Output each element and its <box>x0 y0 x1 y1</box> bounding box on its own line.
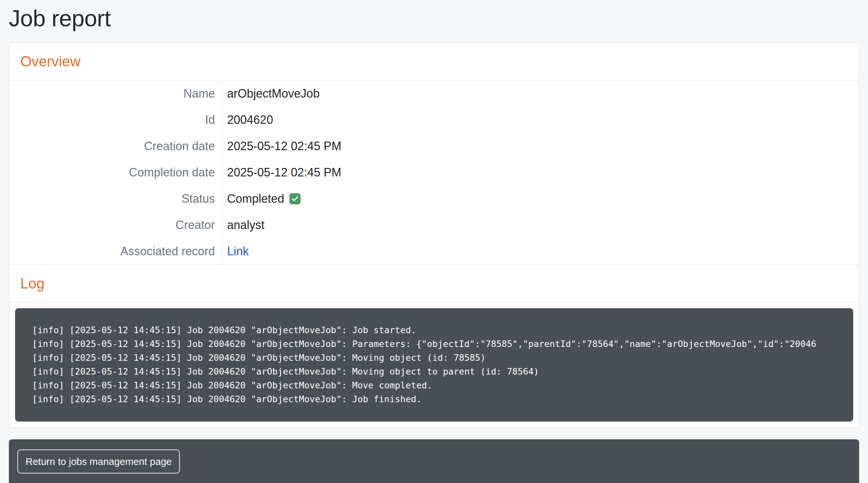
field-value: Link <box>222 238 859 264</box>
table-row-completion-date: Completion date 2025-05-12 02:45 PM <box>9 159 859 186</box>
field-label: Associated record <box>9 238 222 264</box>
field-value: Completed <box>222 186 859 212</box>
field-label: Name <box>9 81 222 107</box>
status-text: Completed <box>227 192 284 206</box>
log-console: [info] [2025-05-12 14:45:15] Job 2004620… <box>15 308 853 422</box>
table-row-associated-record: Associated record Link <box>9 238 859 264</box>
status-completed-check-icon <box>289 193 301 204</box>
report-card: Overview Name arObjectMoveJob Id 2004620… <box>9 42 859 428</box>
actions-footer-bar: Return to jobs management page <box>9 439 859 483</box>
field-label: Creator <box>9 212 222 238</box>
field-label: Status <box>9 186 222 212</box>
field-label: Id <box>9 107 222 133</box>
overview-section-header: Overview <box>9 43 859 81</box>
table-row-creation-date: Creation date 2025-05-12 02:45 PM <box>9 133 859 159</box>
overview-table: Name arObjectMoveJob Id 2004620 Creation… <box>9 81 859 264</box>
log-line: [info] [2025-05-12 14:45:15] Job 2004620… <box>32 365 850 378</box>
log-line: [info] [2025-05-12 14:45:15] Job 2004620… <box>32 323 850 337</box>
log-wrap: [info] [2025-05-12 14:45:15] Job 2004620… <box>9 303 859 427</box>
field-value: arObjectMoveJob <box>222 81 859 107</box>
field-value: 2004620 <box>222 107 859 133</box>
log-line: [info] [2025-05-12 14:45:15] Job 2004620… <box>32 337 850 351</box>
table-row-id: Id 2004620 <box>9 107 859 133</box>
table-row-creator: Creator analyst <box>9 212 859 238</box>
overview-heading: Overview <box>20 53 81 70</box>
log-line: [info] [2025-05-12 14:45:15] Job 2004620… <box>32 351 850 365</box>
field-value: 2025-05-12 02:45 PM <box>222 159 859 186</box>
return-to-jobs-button[interactable]: Return to jobs management page <box>18 450 180 474</box>
log-line: [info] [2025-05-12 14:45:15] Job 2004620… <box>32 378 850 392</box>
field-value: 2025-05-12 02:45 PM <box>222 133 859 159</box>
field-value: analyst <box>222 212 859 238</box>
log-section-header: Log <box>9 264 859 303</box>
field-label: Creation date <box>9 133 222 159</box>
table-row-status: Status Completed <box>9 186 859 212</box>
associated-record-link[interactable]: Link <box>227 245 249 258</box>
table-row-name: Name arObjectMoveJob <box>9 81 859 107</box>
log-heading: Log <box>20 275 44 292</box>
page-title: Job report <box>9 5 859 32</box>
field-label: Completion date <box>9 159 222 186</box>
log-line: [info] [2025-05-12 14:45:15] Job 2004620… <box>32 392 850 406</box>
job-report-page: Job report Overview Name arObjectMoveJob… <box>0 0 868 483</box>
